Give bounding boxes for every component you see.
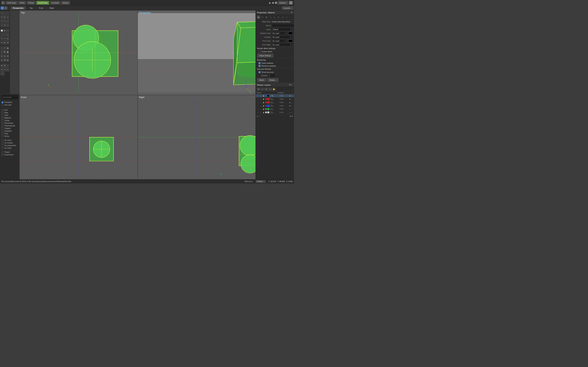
layer-dot[interactable] — [265, 105, 267, 107]
layers-icon-5[interactable]: 🔔 — [272, 88, 276, 91]
arc-tool[interactable]: ⌒ — [7, 11, 9, 15]
point-check[interactable] — [1, 114, 3, 117]
layer-diamond-5[interactable]: ◇ — [289, 108, 291, 110]
midpoint-check[interactable] — [1, 117, 3, 119]
poly-tool[interactable]: ⬡ — [7, 23, 9, 27]
layer-sun-icon[interactable]: ☼ — [259, 98, 262, 100]
print-color-dropdown[interactable]: By Layer ▼ — [272, 39, 287, 42]
print-color-swatch[interactable] — [288, 40, 293, 42]
project-check[interactable] — [1, 151, 3, 153]
play-btn[interactable]: ▶ — [269, 1, 271, 4]
layers-icon-4[interactable]: □ — [268, 88, 272, 91]
move2-tool[interactable]: ✛ — [0, 72, 5, 75]
layer-lock-icon[interactable]: 🔒 — [262, 98, 265, 100]
snap-persistent[interactable]: Persistent — [1, 101, 18, 103]
match-btn[interactable]: Match — [257, 78, 266, 82]
curve-tool[interactable]: 〜 — [0, 19, 3, 23]
pan-tool[interactable]: ✋ — [7, 50, 9, 54]
intersection-check[interactable] — [1, 122, 3, 124]
record-btn[interactable]: ⏺ — [272, 1, 274, 4]
snap-quadrant[interactable]: Quadrant — [1, 130, 18, 132]
material-icon[interactable]: ✏ — [261, 15, 264, 19]
layer-row[interactable]: ○ ☼ 🔒 L... Conti... ◆ [... — [256, 101, 294, 104]
casts-shadows-row[interactable]: Casts shadows — [256, 62, 294, 65]
layer-lock-icon[interactable]: 🔒 — [262, 95, 265, 97]
texture-icon[interactable]: ⊞ — [265, 15, 268, 19]
snap-onsurface[interactable]: On surface — [1, 142, 18, 144]
edit-icon[interactable]: ✂ — [277, 15, 280, 19]
custom-mesh-check[interactable] — [259, 50, 260, 53]
zmag-tool[interactable]: ⊕ — [3, 54, 6, 58]
add-layer-btn[interactable]: + — [257, 115, 258, 118]
layer-eye-icon[interactable]: ○ — [257, 101, 259, 104]
linetype-dropdown[interactable]: By Layer ▼ — [272, 35, 293, 39]
layers-icon-2[interactable]: □ — [260, 88, 264, 91]
layer-color-swatch[interactable] — [267, 105, 269, 107]
adjust-settings-btn[interactable]: Adjust Settings — [257, 54, 273, 58]
snap-onmesh[interactable]: On mesh — [1, 147, 18, 149]
split-tool[interactable]: ⊸ — [3, 37, 6, 41]
light-icon[interactable]: ◇ — [273, 15, 276, 19]
camera-tool[interactable]: 📷 — [3, 58, 6, 62]
oneshot-radio[interactable] — [1, 104, 3, 106]
mesh-tool[interactable]: ⊞ — [3, 29, 6, 33]
layer-eye-icon[interactable]: ○ — [257, 95, 259, 97]
remove-layer-btn[interactable]: − — [259, 115, 260, 118]
smarttrack-check[interactable] — [1, 154, 3, 156]
layer-row[interactable]: ○ ☼ 🔒 L... Conti... ◆ [... — [256, 104, 294, 108]
extra3-tool[interactable]: ▽ — [7, 68, 9, 71]
snap-point[interactable]: Point — [1, 114, 18, 117]
layer-diamond-4[interactable]: ◆ — [289, 105, 291, 107]
layer-dot[interactable] — [265, 98, 267, 100]
vp-grid-icon[interactable]: ⊞ — [1, 7, 4, 10]
snap-onpolysurface[interactable]: On polysurface — [1, 144, 18, 147]
snap-tangent[interactable]: Tangent — [1, 127, 18, 130]
snap-project[interactable]: Project — [1, 151, 18, 153]
snap-oneshot[interactable]: One shot — [1, 104, 18, 106]
snap-knot[interactable]: Knot — [1, 133, 18, 135]
snap-midpoint[interactable]: Midpoint — [1, 117, 18, 119]
snap-end[interactable]: End — [1, 109, 18, 111]
layer-print-dot[interactable] — [270, 108, 271, 110]
perpendicular-check[interactable] — [1, 125, 3, 127]
rect-tool[interactable]: □ — [7, 19, 9, 23]
viewport-front[interactable]: Front — [20, 95, 138, 179]
display-color-dropdown[interactable]: By Layer ▼ — [272, 32, 287, 35]
view-tool[interactable]: ◎ — [0, 58, 3, 62]
extra1-tool[interactable]: ⊙ — [0, 68, 3, 71]
show-isocurves-row[interactable]: Show isocurves — [256, 71, 294, 74]
layer-lock-icon[interactable]: 🔒 — [262, 105, 265, 107]
scale-tool[interactable]: ⊙ — [7, 15, 9, 19]
layer-print-dot[interactable] — [270, 105, 271, 107]
center-check[interactable] — [1, 119, 3, 122]
stop-btn[interactable] — [275, 2, 277, 4]
layer-dropdown[interactable]: Default ▼ — [272, 28, 293, 31]
zoom-tool[interactable]: 🔍 — [3, 50, 6, 54]
gumball-btn[interactable]: Gumball — [50, 1, 60, 5]
layer-color-swatch[interactable] — [267, 108, 269, 110]
layer-print-dot[interactable] — [270, 101, 271, 103]
snap-oncurve[interactable]: On curve — [1, 139, 18, 141]
tab-perspective[interactable]: Perspective — [11, 6, 26, 10]
snap-near[interactable]: Near — [1, 112, 18, 114]
details-btn[interactable]: Details... — [267, 78, 278, 82]
quadrant-check[interactable] — [1, 130, 3, 132]
viewport-top[interactable]: Top — [20, 10, 138, 95]
smarttrack-btn[interactable]: SmartTrack — [36, 1, 49, 5]
layers-gear-icon[interactable]: ⚙▼ — [289, 84, 293, 86]
layouts-btn[interactable]: Layouts... — [282, 6, 293, 10]
layer-sun-icon[interactable]: ☼ — [259, 105, 262, 107]
planar-btn[interactable]: Planar — [27, 1, 35, 5]
zwin-tool[interactable]: ⊡ — [0, 54, 3, 58]
extra2-tool[interactable]: ⬡ — [3, 68, 6, 71]
layer-color-swatch[interactable] — [267, 98, 269, 100]
layer-lock-icon[interactable]: 🔒 — [262, 111, 265, 114]
layer-color-swatch[interactable] — [267, 101, 269, 103]
tab-top[interactable]: Top — [27, 6, 35, 10]
layers-icon-1[interactable]: ⊞ — [257, 88, 260, 91]
solid-tool[interactable]: ⬛ — [7, 29, 9, 33]
layer-tool[interactable]: ○ — [7, 64, 9, 67]
layer-diamond-6[interactable]: ◇ — [289, 111, 291, 114]
layer-eye-icon[interactable]: ○ — [257, 108, 259, 110]
tangent-check[interactable] — [1, 127, 3, 130]
